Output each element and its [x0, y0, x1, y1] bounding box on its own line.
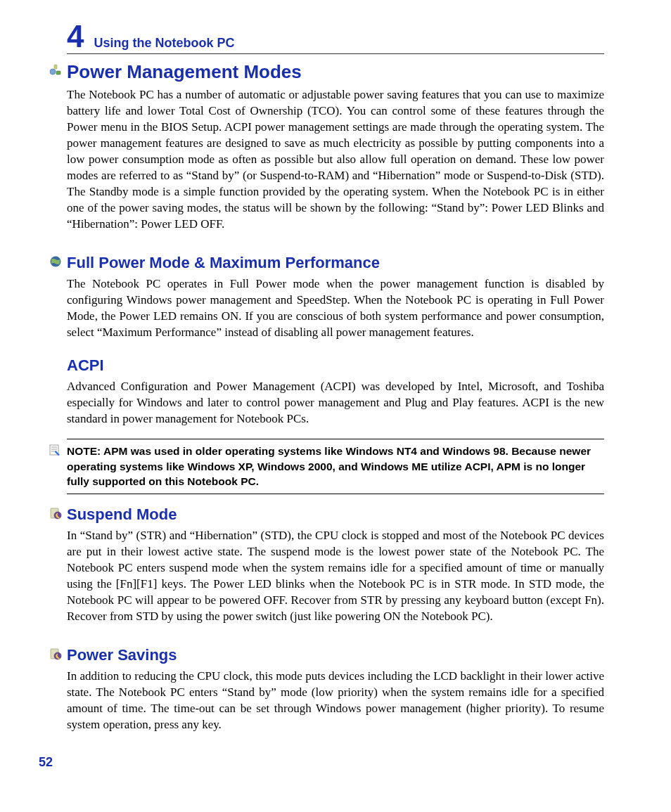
heading-power-savings: Power Savings — [67, 646, 604, 664]
section-suspend-mode: ⏾ Suspend Mode In “Stand by” (STR) and “… — [67, 505, 604, 625]
document-page: 4 Using the Notebook PC Power Management… — [0, 0, 671, 812]
paragraph: In addition to reducing the CPU clock, t… — [67, 669, 604, 733]
heading-suspend-mode: Suspend Mode — [67, 505, 604, 524]
paragraph: Advanced Configuration and Power Managem… — [67, 379, 604, 427]
page-number: 52 — [39, 755, 53, 770]
svg-rect-0 — [54, 65, 57, 69]
svg-point-1 — [50, 69, 56, 75]
section-power-management-modes: Power Management Modes The Notebook PC h… — [67, 61, 604, 233]
section-power-savings: ⏾ Power Savings In addition to reducing … — [67, 646, 604, 733]
paragraph: The Notebook PC has a number of automati… — [67, 87, 604, 232]
globe-icon — [49, 255, 62, 268]
paragraph: The Notebook PC operates in Full Power m… — [67, 276, 604, 341]
svg-rect-2 — [56, 71, 60, 75]
power-options-icon — [49, 64, 62, 77]
file-power-icon: ⏾ — [49, 647, 62, 660]
heading-power-management-modes: Power Management Modes — [67, 61, 604, 83]
heading-full-power-mode: Full Power Mode & Maximum Performance — [67, 254, 604, 272]
note-icon — [49, 444, 61, 456]
note-box: NOTE: APM was used in older operating sy… — [67, 439, 604, 494]
chapter-title: Using the Notebook PC — [94, 36, 234, 51]
svg-text:⏾: ⏾ — [56, 653, 60, 659]
chapter-number: 4 — [67, 21, 84, 52]
chapter-header: 4 Using the Notebook PC — [67, 21, 604, 54]
heading-acpi: ACPI — [67, 356, 604, 375]
svg-text:⏾: ⏾ — [56, 513, 60, 519]
file-power-icon: ⏾ — [49, 507, 62, 520]
section-acpi: ACPI Advanced Configuration and Power Ma… — [67, 356, 604, 427]
paragraph: In “Stand by” (STR) and “Hibernation” (S… — [67, 528, 604, 625]
note-text: NOTE: APM was used in older operating sy… — [67, 444, 604, 489]
section-full-power-mode: Full Power Mode & Maximum Performance Th… — [67, 254, 604, 341]
